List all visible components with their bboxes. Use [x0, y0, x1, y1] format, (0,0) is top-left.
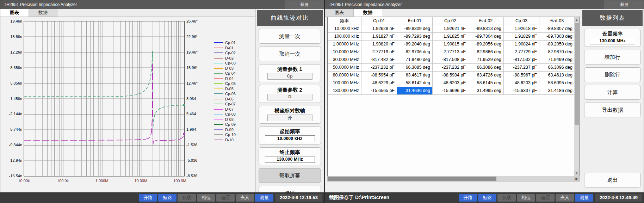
table-cell[interactable]: 2.77719 nF	[361, 48, 397, 56]
table-cell[interactable]: 1.91825 nF	[433, 33, 468, 41]
table-cell[interactable]: 80.0000 MHz	[328, 72, 361, 79]
table-cell[interactable]: -15.6565 pF	[361, 87, 397, 95]
measure-status-button[interactable]: 测量	[575, 194, 593, 202]
tab-data[interactable]: 数据	[354, 9, 382, 17]
table-cell[interactable]: -82.9866 deg	[468, 48, 504, 56]
table-cell[interactable]: 100.000 MHz	[328, 79, 361, 87]
table-cell[interactable]: -15.6696 pF	[433, 87, 468, 95]
open-circuit-status-button[interactable]: 开路	[459, 194, 477, 202]
table-cell[interactable]: 10.0000 MHz	[328, 48, 361, 56]
add-row-button[interactable]: 增加行	[584, 50, 641, 64]
table-cell[interactable]: -89.8313 deg	[468, 25, 504, 33]
table-cell[interactable]: -817.532 pF	[504, 56, 539, 64]
table-cell[interactable]: 10.0000 kHz	[328, 25, 361, 33]
screenshot-button[interactable]: 截屏	[605, 0, 644, 9]
stop-frequency-value[interactable]: 130.000 MHz	[265, 156, 315, 163]
measure-param-2-field[interactable]: 测量参数 2D	[259, 85, 321, 103]
table-cell[interactable]: 1.91829 nF	[504, 33, 539, 41]
table-cell[interactable]: 100.000 kHz	[328, 33, 361, 41]
tab-chart[interactable]: 图表	[325, 9, 354, 17]
table-cell[interactable]: 71.9499 deg	[539, 56, 575, 64]
tab-data[interactable]: 数据	[29, 9, 57, 17]
screenshot-button[interactable]: 截屏	[285, 0, 324, 9]
table-cell[interactable]: -89.2040 deg	[397, 41, 433, 48]
table-cell[interactable]: 1.90820 nF	[361, 41, 397, 48]
export-data-button[interactable]: 导出数据	[584, 103, 641, 117]
fixture-status-button[interactable]: 夹具	[236, 194, 254, 202]
table-cell[interactable]: 63.4726 deg	[468, 72, 504, 79]
table-cell[interactable]: -237.237 pF	[504, 64, 539, 72]
table-cell[interactable]: 31.4995 deg	[468, 87, 504, 95]
table-cell[interactable]: 66.3085 deg	[397, 64, 433, 72]
selected-cell[interactable]: 31.4636 deg	[397, 87, 433, 95]
table-cell[interactable]: 1.90815 nF	[433, 41, 468, 48]
start-frequency-value[interactable]: 10.0000 kHz	[265, 135, 315, 142]
measure-param-1-value[interactable]: Cp	[267, 73, 312, 80]
phase-status-button[interactable]: 相位	[517, 194, 535, 202]
cancel-once-button[interactable]: 取消一次	[259, 47, 321, 61]
table-cell[interactable]: 1.92621 nF	[433, 25, 468, 33]
short-circuit-status-button[interactable]: 短路	[158, 194, 177, 202]
table-cell[interactable]: 66.3086 deg	[468, 64, 504, 72]
table-cell[interactable]: -48.6229 pF	[361, 79, 397, 87]
table-cell[interactable]: -82.9706 deg	[397, 48, 433, 56]
table-cell[interactable]: 71.9480 deg	[397, 56, 433, 64]
scroll-right-icon[interactable]: ▶	[574, 177, 579, 181]
table-cell[interactable]: 58.6145 deg	[468, 79, 504, 87]
x-axis-log-value[interactable]: 开	[267, 115, 312, 121]
table-cell[interactable]: -89.7293 deg	[397, 33, 433, 41]
table-cell[interactable]: -88.5984 pF	[433, 72, 468, 79]
table-cell[interactable]: -89.2056 deg	[468, 41, 504, 48]
horizontal-scrollbar[interactable]: ▶	[327, 176, 580, 182]
capture-screen-button[interactable]: 截取屏幕	[259, 168, 321, 183]
table-cell[interactable]: 63.4617 deg	[397, 72, 433, 79]
calculate-button[interactable]: 计算	[584, 85, 641, 100]
table-cell[interactable]: -89.2050 deg	[539, 41, 575, 48]
start-frequency-field[interactable]: 起始频率10.0000 kHz	[259, 127, 321, 144]
table-cell[interactable]: -88.5967 pF	[504, 72, 539, 79]
bias-status-button[interactable]: 偏置	[216, 194, 235, 202]
measure-once-button[interactable]: 测量一次	[259, 29, 321, 44]
table-cell[interactable]: -48.6203 pF	[433, 79, 468, 87]
vertical-scrollbar[interactable]: ▲ ▼	[574, 17, 580, 176]
table-cell[interactable]: -89.8307 deg	[539, 25, 575, 33]
table-cell[interactable]: 66.3096 deg	[539, 64, 575, 72]
table-cell[interactable]: -237.232 pF	[433, 64, 468, 72]
table-cell[interactable]: -48.6203 pF	[504, 79, 539, 87]
table-cell[interactable]: -237.232 pF	[361, 64, 397, 72]
set-frequency-value[interactable]: 130.000 MHz	[590, 38, 635, 44]
table-cell[interactable]: 1.92628 nF	[361, 25, 397, 33]
table-cell[interactable]: 31.4186 deg	[539, 87, 575, 95]
x-axis-log-field[interactable]: 横坐标对数轴开	[259, 106, 321, 124]
table-cell[interactable]: 1.91827 nF	[361, 33, 397, 41]
table-cell[interactable]: -817.482 pF	[361, 56, 397, 64]
load-status-button[interactable]: 负载	[178, 194, 196, 202]
tab-chart[interactable]: 图表	[0, 9, 29, 17]
fixture-status-button[interactable]: 夹具	[556, 194, 574, 202]
horizontal-scroll-thumb[interactable]	[328, 177, 496, 181]
vertical-scroll-thumb[interactable]	[575, 23, 579, 125]
table-cell[interactable]: -817.508 pF	[433, 56, 468, 64]
table-cell[interactable]: 30.0000 MHz	[328, 56, 361, 64]
table-cell[interactable]: -89.8309 deg	[397, 25, 433, 33]
table-cell[interactable]: 2.77729 nF	[504, 48, 539, 56]
scroll-down-icon[interactable]: ▼	[574, 171, 579, 176]
table-cell[interactable]: 2.77713 nF	[433, 48, 468, 56]
table-cell[interactable]: 63.4613 deg	[539, 72, 575, 79]
table-cell[interactable]: -82.9870 deg	[539, 48, 575, 56]
table-cell[interactable]: 58.6142 deg	[397, 79, 433, 87]
measure-status-button[interactable]: 测量	[255, 194, 273, 202]
table-cell[interactable]: 50.0000 MHz	[328, 64, 361, 72]
table-cell[interactable]: -15.6337 pF	[504, 87, 539, 95]
stop-frequency-field[interactable]: 终止频率130.000 MHz	[259, 147, 321, 165]
measure-param-2-value[interactable]: D	[267, 94, 312, 100]
open-circuit-status-button[interactable]: 开路	[139, 194, 157, 202]
short-circuit-status-button[interactable]: 短路	[478, 194, 496, 202]
table-cell[interactable]: -89.7303 deg	[539, 33, 575, 41]
table-cell[interactable]: 130.000 MHz	[328, 87, 361, 95]
delete-row-button[interactable]: 删除行	[584, 67, 641, 82]
set-frequency-field[interactable]: 设置频率130.000 MHz	[584, 29, 641, 47]
table-cell[interactable]: -89.7304 deg	[468, 33, 504, 41]
table-cell[interactable]: 1.90824 nF	[504, 41, 539, 48]
table-cell[interactable]: 58.6095 deg	[539, 79, 575, 87]
